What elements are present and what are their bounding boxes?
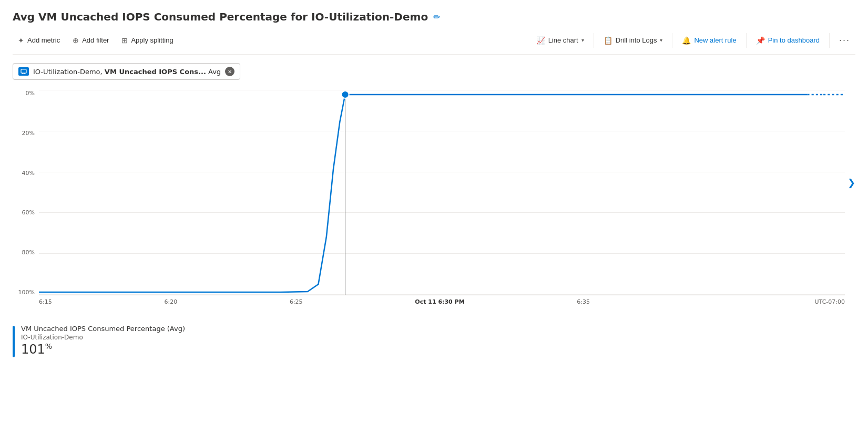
apply-splitting-icon: ⊞ [121,36,128,45]
x-label-615: 6:15 [39,298,52,305]
metric-pill-label: IO-Utilization-Demo, VM Uncached IOPS Co… [33,68,221,76]
edit-icon[interactable]: ✏️ [433,12,440,22]
line-chart-icon: 📈 [536,36,545,45]
drill-into-logs-button[interactable]: 📋 Drill into Logs ▾ [598,33,668,48]
legend-title: VM Uncached IOPS Consumed Percentage (Av… [21,325,185,333]
chart-area: 100% 80% 60% 40% 20% 0% [13,90,855,316]
y-label-80: 80% [22,250,35,255]
metric-pill-vm-icon [18,67,29,76]
add-metric-button[interactable]: ✦ Add metric [13,33,65,48]
y-label-0: 0% [26,90,35,96]
alert-rule-icon: 🔔 [682,36,691,45]
chart-canvas: ❯ [39,90,845,295]
metric-pill: IO-Utilization-Demo, VM Uncached IOPS Co… [13,63,240,80]
legend-color-bar [13,326,15,357]
x-label-625: 6:25 [290,298,303,305]
y-label-60: 60% [22,210,35,215]
line-chart-button[interactable]: 📈 Line chart ▾ [531,33,589,48]
y-axis: 100% 80% 60% 40% 20% 0% [13,90,38,295]
drill-logs-chevron: ▾ [660,37,662,43]
toolbar-divider-3 [746,33,747,48]
x-label-635: 6:35 [577,298,590,305]
page-title: Avg VM Uncached IOPS Consumed Percentage… [13,11,428,23]
legend-value: 101% [21,342,185,357]
legend-area: VM Uncached IOPS Consumed Percentage (Av… [13,321,855,357]
chart-svg [39,90,845,295]
legend-text: VM Uncached IOPS Consumed Percentage (Av… [21,325,185,357]
more-options-button[interactable]: ··· [834,32,855,49]
y-label-40: 40% [22,170,35,176]
legend-subtitle: IO-Utilization-Demo [21,334,185,341]
right-arrow-button[interactable]: ❯ [847,177,855,188]
chart-line [39,95,807,292]
y-label-20: 20% [22,130,35,136]
x-axis: 6:15 6:20 6:25 Oct 11 6:30 PM 6:35 UTC-0… [39,295,845,305]
add-filter-icon: ⊕ [73,36,79,45]
chart-peak-dot [341,91,349,98]
apply-splitting-button[interactable]: ⊞ Apply splitting [116,33,178,48]
toolbar-divider-4 [829,33,830,48]
pin-icon: 📌 [756,36,765,45]
pin-to-dashboard-button[interactable]: 📌 Pin to dashboard [751,33,825,48]
toolbar-divider-2 [672,33,672,48]
add-metric-icon: ✦ [18,36,24,45]
new-alert-rule-button[interactable]: 🔔 New alert rule [677,33,741,48]
toolbar-divider-1 [594,33,594,48]
x-label-utc: UTC-07:00 [815,298,845,305]
drill-logs-icon: 📋 [604,36,612,45]
svg-rect-0 [21,69,26,73]
x-label-630: Oct 11 6:30 PM [415,298,464,305]
line-chart-chevron: ▾ [581,37,584,43]
add-filter-button[interactable]: ⊕ Add filter [67,33,114,48]
toolbar: ✦ Add metric ⊕ Add filter ⊞ Apply splitt… [13,32,855,55]
y-label-100: 100% [18,290,35,295]
metric-pill-close-button[interactable]: ✕ [225,67,234,76]
x-label-620: 6:20 [164,298,177,305]
